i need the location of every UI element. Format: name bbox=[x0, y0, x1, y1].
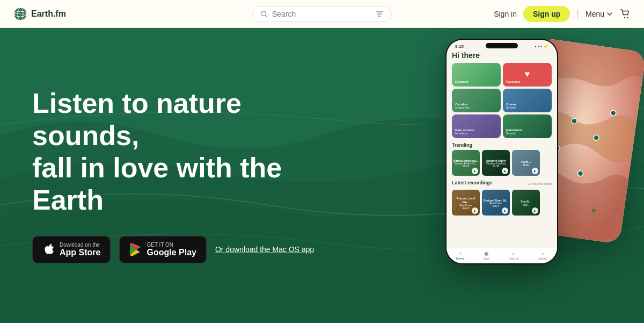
nav-map[interactable]: ◉ Map bbox=[484, 250, 490, 260]
nav-search[interactable]: ⌕ Search bbox=[509, 250, 519, 260]
header: Earth.fm Sign in Sign up | Menu bbox=[0, 0, 644, 28]
filter-icon[interactable] bbox=[375, 10, 384, 18]
tile-rainforest: Rainforest Sounds bbox=[503, 114, 552, 138]
chevron-down-icon bbox=[606, 11, 613, 17]
app-store-text: Download on the App Store bbox=[60, 242, 100, 257]
mac-os-link[interactable]: Or download the Mac OS app bbox=[215, 245, 314, 254]
app-tiles-grid: Discover ♥ Favorites Cicadas around the.… bbox=[452, 63, 552, 138]
latest-card-1: Autumn, Leaf Fro... Bird Creek May 6 ▶ bbox=[452, 190, 480, 216]
google-play-icon bbox=[129, 243, 141, 256]
google-play-button[interactable]: GET IT ON Google Play bbox=[119, 236, 206, 263]
play-button-3[interactable]: ▶ bbox=[532, 168, 538, 174]
home-icon: ⌂ bbox=[459, 250, 462, 256]
trending-row: Sitting Amongst... Various Finds + C... … bbox=[452, 150, 552, 176]
logo-text: Earth.fm bbox=[31, 9, 66, 19]
play-button-1[interactable]: ▶ bbox=[472, 168, 478, 174]
svg-point-6 bbox=[627, 17, 628, 18]
tile-discover: Discover bbox=[452, 63, 501, 87]
google-play-text: GET IT ON Google Play bbox=[147, 242, 196, 257]
header-right: Sign in Sign up | Menu bbox=[494, 6, 631, 22]
nav-library[interactable]: ♪ Library bbox=[538, 250, 547, 260]
app-store-button[interactable]: Download on the App Store bbox=[32, 236, 111, 263]
trend-card-3: Calm... 29:00 ▶ bbox=[512, 150, 540, 176]
latest-title: Latest recordings bbox=[452, 180, 493, 185]
app-content: Hi there Discover ♥ Favorites Cicadas ar… bbox=[447, 49, 557, 218]
tile-rain: Rain sounds for relaxa... bbox=[452, 114, 501, 138]
search-icon bbox=[260, 10, 268, 18]
phone-greeting: Hi there bbox=[452, 51, 552, 60]
hero-buttons: Download on the App Store GET IT ON Goog… bbox=[32, 236, 322, 263]
divider: | bbox=[576, 8, 579, 19]
tile-cicadas: Cicadas around the... bbox=[452, 89, 501, 112]
svg-point-13 bbox=[610, 110, 616, 116]
search-bar[interactable] bbox=[252, 6, 392, 22]
tile-favorites: ♥ Favorites bbox=[503, 63, 552, 87]
search-input[interactable] bbox=[272, 10, 369, 18]
phone-bottom-nav: ⌂ Home ◉ Map ⌕ Search ♪ Library bbox=[447, 248, 557, 263]
hero-title: Listen to nature sounds, fall in love wi… bbox=[32, 88, 322, 216]
phone-front-screen: 9:15 ▪ ▪ ▪ ⚡ Hi there Discover ♥ Favorit… bbox=[447, 40, 557, 263]
cart-icon[interactable] bbox=[619, 8, 631, 20]
trending-title: Trending bbox=[452, 142, 552, 148]
hero-section: Listen to nature sounds, fall in love wi… bbox=[0, 28, 644, 323]
map-icon: ◉ bbox=[484, 250, 489, 256]
apple-icon bbox=[42, 242, 54, 256]
trend-card-2: Autumn Night Vandrea Catalina 01:19 ▶ bbox=[482, 150, 510, 176]
tile-ocean: Ocean Sounds bbox=[503, 89, 552, 112]
svg-point-10 bbox=[571, 118, 577, 124]
play-latest-1[interactable]: ▶ bbox=[472, 207, 478, 214]
trend-card-1: Sitting Amongst... Various Finds + C... … bbox=[452, 150, 480, 176]
svg-point-5 bbox=[624, 17, 625, 18]
play-latest-3[interactable]: ▶ bbox=[532, 207, 538, 214]
svg-point-11 bbox=[593, 135, 599, 141]
nav-home[interactable]: ⌂ Home bbox=[456, 250, 465, 260]
sign-up-button[interactable]: Sign up bbox=[523, 6, 570, 22]
phone-front: 9:15 ▪ ▪ ▪ ⚡ Hi there Discover ♥ Favorit… bbox=[445, 39, 558, 264]
play-latest-2[interactable]: ▶ bbox=[502, 207, 508, 214]
logo-icon bbox=[13, 6, 28, 21]
phone-notch bbox=[486, 43, 518, 48]
search-nav-icon: ⌕ bbox=[512, 250, 515, 256]
latest-card-3: The B... May... ▶ bbox=[512, 190, 540, 216]
hero-content: Listen to nature sounds, fall in love wi… bbox=[0, 28, 354, 323]
phones-area: ♥ ♥ 9:15 ▪ ▪ ▪ ⚡ Hi there bbox=[322, 28, 644, 323]
svg-point-14 bbox=[577, 170, 583, 176]
menu-button[interactable]: Menu bbox=[586, 10, 613, 18]
latest-row: Autumn, Leaf Fro... Bird Creek May 6 ▶ D… bbox=[452, 190, 552, 216]
sign-in-link[interactable]: Sign in bbox=[494, 10, 517, 18]
library-icon: ♪ bbox=[541, 250, 544, 256]
play-button-2[interactable]: ▶ bbox=[502, 168, 508, 174]
logo[interactable]: Earth.fm bbox=[13, 6, 66, 21]
latest-count: 20 new this month bbox=[528, 182, 552, 185]
latest-card-2: Distant River, M... Bird Creek May 3 ▶ bbox=[482, 190, 510, 216]
